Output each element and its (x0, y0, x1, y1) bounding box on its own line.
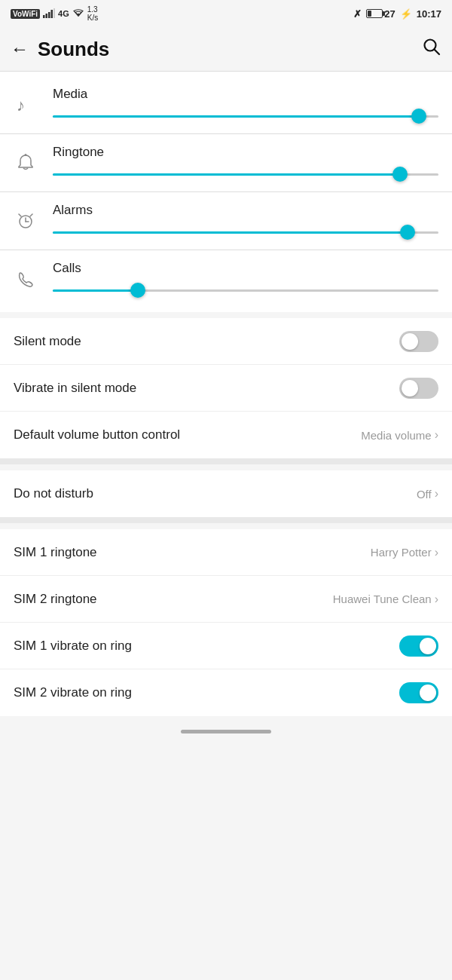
ringtone-volume-row: Ringtone (0, 134, 452, 191)
sim1-vibrate-ring-knob (420, 638, 436, 654)
media-slider-fill (53, 115, 419, 118)
calls-label: Calls (53, 261, 438, 276)
calls-volume-row: Calls (0, 250, 452, 308)
sim2-vibrate-ring-row[interactable]: SIM 2 vibrate on ring (0, 669, 452, 716)
do-not-disturb-value: Off › (417, 487, 438, 501)
sim1-ringtone-chevron: › (435, 546, 438, 559)
volume-button-control-label: Default volume button control (14, 427, 180, 443)
ringtone-label: Ringtone (53, 145, 438, 160)
wifi-icon (72, 8, 84, 20)
ringtone-settings-section: SIM 1 ringtone Harry Potter › SIM 2 ring… (0, 529, 452, 716)
ringtone-icon (11, 152, 41, 173)
battery-percent: 27 (384, 8, 395, 20)
silent-mode-label: Silent mode (14, 334, 81, 349)
battery-icon (366, 9, 383, 18)
dnd-section: Do not disturb Off › (0, 470, 452, 517)
svg-line-6 (435, 50, 440, 55)
vowifi-indicator: VoWiFi (11, 9, 40, 19)
sim1-ringtone-value: Harry Potter › (371, 546, 438, 559)
alarms-slider-thumb[interactable] (400, 225, 415, 240)
status-right-icons: ✗ 27 ⚡ 10:17 (353, 8, 441, 20)
section-gap-2 (0, 517, 452, 523)
header-left: ← Sounds (11, 38, 109, 61)
do-not-disturb-label: Do not disturb (14, 486, 93, 501)
silent-mode-row[interactable]: Silent mode (0, 318, 452, 365)
status-left-icons: VoWiFi 4G 1.3K/s (11, 5, 98, 22)
media-slider-track (53, 115, 438, 118)
sim1-ringtone-label: SIM 1 ringtone (14, 545, 97, 560)
back-button[interactable]: ← (11, 38, 29, 60)
sim2-ringtone-label: SIM 2 ringtone (14, 592, 97, 607)
clock: 10:17 (417, 8, 441, 20)
home-bar (181, 730, 271, 733)
sim2-vibrate-ring-knob (420, 684, 436, 701)
signal-indicator (43, 8, 55, 20)
ringtone-slider-thumb[interactable] (392, 167, 408, 182)
sim2-vibrate-ring-toggle[interactable] (399, 682, 438, 703)
do-not-disturb-row[interactable]: Do not disturb Off › (0, 470, 452, 517)
sim1-ringtone-row[interactable]: SIM 1 ringtone Harry Potter › (0, 529, 452, 576)
alarms-slider[interactable] (53, 225, 438, 239)
header: ← Sounds (0, 27, 452, 71)
calls-volume-content: Calls (53, 261, 438, 297)
calls-slider[interactable] (53, 283, 438, 297)
calls-slider-thumb[interactable] (130, 283, 145, 298)
battery-block: 27 (366, 8, 395, 20)
toggle-settings-section: Silent mode Vibrate in silent mode Defau… (0, 318, 452, 458)
sim2-vibrate-ring-label: SIM 2 vibrate on ring (14, 685, 132, 700)
alarms-volume-content: Alarms (53, 203, 438, 239)
ringtone-volume-content: Ringtone (53, 145, 438, 181)
svg-rect-1 (46, 14, 48, 18)
vibrate-silent-label: Vibrate in silent mode (14, 381, 136, 396)
page-title: Sounds (38, 38, 109, 61)
svg-rect-2 (48, 12, 50, 18)
sim2-ringtone-value: Huawei Tune Clean › (333, 593, 438, 606)
silent-mode-toggle[interactable] (399, 331, 438, 352)
search-button[interactable] (422, 37, 441, 61)
bluetooth-icon: ✗ (353, 8, 362, 20)
vibrate-silent-row[interactable]: Vibrate in silent mode (0, 365, 452, 412)
ringtone-slider-fill (53, 173, 400, 176)
section-gap-1 (0, 458, 452, 464)
media-volume-content: Media (53, 87, 438, 123)
sim2-ringtone-row[interactable]: SIM 2 ringtone Huawei Tune Clean › (0, 576, 452, 623)
media-volume-row: ♪ Media (0, 76, 452, 133)
status-bar: VoWiFi 4G 1.3K/s ✗ 27 (0, 0, 452, 27)
volume-button-control-row[interactable]: Default volume button control Media volu… (0, 412, 452, 458)
svg-rect-3 (51, 10, 53, 18)
sim1-vibrate-ring-label: SIM 1 vibrate on ring (14, 639, 132, 654)
svg-point-8 (25, 154, 27, 156)
network-type: 4G (58, 9, 69, 18)
vibrate-silent-toggle[interactable] (399, 378, 438, 399)
charging-icon: ⚡ (400, 8, 412, 20)
alarms-label: Alarms (53, 203, 438, 218)
alarms-slider-fill (53, 231, 408, 234)
svg-rect-4 (53, 8, 55, 18)
volume-button-control-value: Media volume › (361, 428, 438, 442)
ringtone-slider[interactable] (53, 167, 438, 181)
calls-icon (11, 268, 41, 289)
sim2-ringtone-chevron: › (435, 593, 438, 606)
ringtone-slider-track (53, 173, 438, 176)
volume-section: ♪ Media Ringtone (0, 72, 452, 312)
media-label: Media (53, 87, 438, 102)
media-icon: ♪ (11, 94, 41, 115)
alarms-icon (11, 210, 41, 231)
svg-rect-0 (43, 15, 45, 18)
svg-text:♪: ♪ (17, 96, 25, 115)
sim1-vibrate-ring-toggle[interactable] (399, 635, 438, 657)
sim1-vibrate-ring-row[interactable]: SIM 1 vibrate on ring (0, 623, 452, 669)
do-not-disturb-chevron: › (435, 487, 438, 501)
vibrate-silent-toggle-knob (402, 380, 418, 397)
alarms-volume-row: Alarms (0, 192, 452, 250)
calls-slider-track (53, 289, 438, 292)
calls-slider-fill (53, 289, 138, 292)
battery-fill (368, 11, 371, 17)
media-slider[interactable] (53, 109, 438, 123)
media-slider-thumb[interactable] (411, 109, 426, 124)
speed-indicator: 1.3K/s (87, 5, 98, 22)
alarms-slider-track (53, 231, 438, 234)
silent-mode-toggle-knob (402, 333, 418, 350)
volume-button-chevron: › (435, 428, 438, 442)
